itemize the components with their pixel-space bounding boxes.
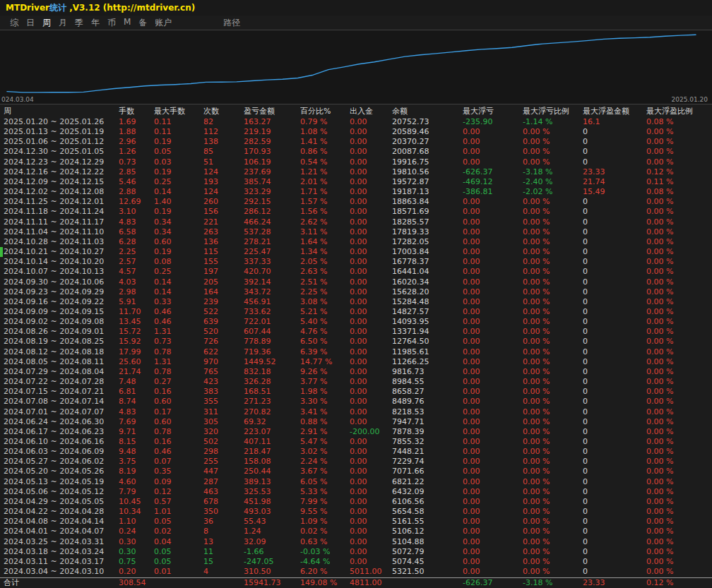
table-row[interactable]: 2024.12.16 ~ 2024.12.222.850.19124237.69… [0,167,712,177]
table-row[interactable]: 2024.06.10 ~ 2024.06.168.150.16502407.11… [0,437,712,447]
table-row[interactable]: 2024.04.22 ~ 2024.04.2810.341.01350493.0… [0,507,712,517]
cell-week-period: 2024.06.03 ~ 2024.06.09 [4,447,119,457]
table-row[interactable]: 2024.07.15 ~ 2024.07.216.810.16383168.51… [0,387,712,397]
column-header-cash-flow[interactable]: 出入金 [350,106,392,117]
cell-cash-flow: 0.00 [350,387,392,397]
cell-max-float-profit: 0 [583,417,646,427]
menu-item-综[interactable]: 综 [10,17,18,29]
cell-max-float-loss-pct: 0.00 % [523,427,583,437]
menu-item-季[interactable]: 季 [75,17,83,29]
column-header-lots[interactable]: 手数 [119,106,154,117]
cell-pnl-amount: 219.19 [244,127,300,137]
table-row[interactable]: 2024.12.30 ~ 2025.01.051.260.0585170.930… [0,147,712,157]
menu-item-账户[interactable]: 账户 [155,17,172,29]
table-row[interactable]: 2024.11.18 ~ 2024.11.243.100.19156286.12… [0,207,712,217]
column-header-max-float-profit-pct[interactable]: 最大浮盈比例 [646,106,712,117]
column-header-max-float-profit[interactable]: 最大浮盈金额 [583,106,646,117]
cell-week-period: 2024.08.19 ~ 2024.08.25 [4,337,119,347]
column-header-max-lots[interactable]: 最大手数 [154,106,203,117]
table-row[interactable]: 2024.03.18 ~ 2024.03.240.300.0511-1.66-0… [0,547,712,557]
cell-max-float-profit-pct: 0.00 % [646,257,712,267]
cell-trade-count: 622 [203,347,244,357]
cell-max-float-loss-pct: 0.00 % [523,347,583,357]
table-row[interactable]: 2025.01.13 ~ 2025.01.191.880.11112219.19… [0,127,712,137]
table-row[interactable]: 2025.01.20 ~ 2025.01.261.690.1182163.270… [0,117,712,127]
table-row[interactable]: 2024.12.02 ~ 2024.12.082.880.14124323.29… [0,187,712,197]
table-row[interactable]: 2024.05.20 ~ 2024.05.268.190.35447250.44… [0,467,712,476]
table-row[interactable]: 2024.11.04 ~ 2024.11.106.580.34263537.28… [0,227,712,237]
table-row[interactable]: 2024.06.24 ~ 2024.06.307.690.6030569.320… [0,417,712,427]
column-header-pnl-amount[interactable]: 盈亏金额 [244,106,300,117]
table-row[interactable]: 2024.10.28 ~ 2024.11.036.280.60136278.21… [0,237,712,247]
table-row[interactable]: 2024.09.23 ~ 2024.09.292.980.14164343.72… [0,287,712,297]
table-row[interactable]: 2024.09.09 ~ 2024.09.1511.700.46522733.6… [0,307,712,317]
table-row[interactable]: 2024.10.07 ~ 2024.10.134.570.25197420.70… [0,267,712,277]
table-row[interactable]: 2024.10.21 ~ 2024.10.272.250.19115225.47… [0,247,712,257]
table-row[interactable]: 2024.03.04 ~ 2024.03.100.200.014310.506.… [0,567,712,577]
cell-week-period: 2024.07.15 ~ 2024.07.21 [4,387,119,397]
table-row[interactable]: 2024.08.26 ~ 2024.09.0115.721.31520607.4… [0,327,712,337]
table-row[interactable]: 2024.09.16 ~ 2024.09.225.910.33239456.91… [0,297,712,307]
cell-pnl-percent: 6.20 % [300,567,350,577]
table-row[interactable]: 2024.03.25 ~ 2024.03.310.300.041332.090.… [0,537,712,547]
menu-item-周[interactable]: 周 [42,17,51,29]
table-row[interactable]: 2024.04.08 ~ 2024.04.141.100.053655.431.… [0,517,712,527]
cell-max-lots: 0.08 [154,257,203,267]
table-row[interactable]: 2024.07.08 ~ 2024.07.148.740.60355271.23… [0,397,712,407]
cell-max-lots: 0.25 [154,267,203,277]
table-row[interactable]: 2024.10.14 ~ 2024.10.202.570.08155337.33… [0,257,712,267]
cell-pnl-percent: 1.41 % [300,137,350,147]
cell-pnl-amount: 223.07 [244,427,300,437]
table-row[interactable]: 2024.05.13 ~ 2024.05.194.600.09287389.13… [0,477,712,487]
cell-max-float-loss-pct: 0.00 % [523,287,583,297]
menu-item-币[interactable]: 币 [107,17,116,29]
cell-lots: 6.58 [119,227,154,237]
cell-lots: 0.24 [119,527,154,536]
table-row[interactable]: 2024.05.06 ~ 2024.05.127.790.12463325.53… [0,487,712,497]
cell-pnl-percent: 1.21 % [300,167,350,177]
table-row[interactable]: 2024.09.02 ~ 2024.09.0813.450.46639722.0… [0,317,712,327]
cell-max-float-profit: 0 [583,317,646,327]
menu-item-M[interactable]: M [124,17,131,29]
cell-max-float-loss-pct: 0.00 % [523,477,583,487]
cell-balance: 12764.50 [392,337,463,347]
table-row[interactable]: 2024.04.29 ~ 2024.05.0510.450.57678451.9… [0,497,712,507]
cell-week-period: 2024.05.13 ~ 2024.05.19 [4,477,119,487]
cell-max-float-loss-pct: -2.02 % [523,187,583,197]
table-row[interactable]: 2024.09.30 ~ 2024.10.064.030.14205392.14… [0,277,712,287]
cell-max-float-profit-pct: 0.00 % [646,387,712,397]
table-row[interactable]: 2024.08.05 ~ 2024.08.1125.601.319701449.… [0,357,712,367]
table-row[interactable]: 2024.11.11 ~ 2024.11.174.830.34221466.24… [0,217,712,227]
table-row[interactable]: 2024.08.19 ~ 2024.08.2515.920.73726778.8… [0,337,712,347]
menu-item-日[interactable]: 日 [26,17,35,29]
cell-max-float-profit: 0 [583,547,646,557]
table-row[interactable]: 2025.01.06 ~ 2025.01.122.960.19138282.59… [0,137,712,147]
table-row[interactable]: 2024.11.25 ~ 2024.12.0112.691.40260292.1… [0,197,712,207]
table-row[interactable]: 2024.07.29 ~ 2024.08.0421.740.78765832.1… [0,367,712,377]
table-row[interactable]: 2024.06.03 ~ 2024.06.099.480.46298218.47… [0,447,712,457]
column-header-pnl-percent[interactable]: 百分比% [300,106,350,117]
table-row[interactable]: 2024.07.01 ~ 2024.07.074.830.17311270.82… [0,407,712,417]
cell-pnl-percent: 3.67 % [300,467,350,476]
cell-balance: 8658.27 [392,387,463,397]
menu-item-path[interactable]: 路径 [223,17,240,29]
cell-max-float-loss: 0.00 [463,467,523,476]
column-header-week-period[interactable]: 周 [4,106,119,117]
table-row[interactable]: 2024.06.17 ~ 2024.06.239.710.78320223.07… [0,427,712,437]
table-row[interactable]: 2024.05.27 ~ 2024.06.023.750.07255158.08… [0,457,712,467]
column-header-max-float-loss[interactable]: 最大浮亏 [463,106,523,117]
cell-max-float-loss: 0.00 [463,377,523,387]
table-row[interactable]: 2024.07.22 ~ 2024.07.287.480.27423326.28… [0,377,712,387]
table-row[interactable]: 2024.08.12 ~ 2024.08.1817.990.78622719.3… [0,347,712,357]
menu-item-备[interactable]: 备 [138,17,147,29]
table-row[interactable]: 2024.12.23 ~ 2024.12.290.730.0351106.190… [0,157,712,167]
column-header-max-float-loss-pct[interactable]: 最大浮亏比例 [523,106,583,117]
menu-item-月[interactable]: 月 [59,17,67,29]
menu-item-年[interactable]: 年 [91,17,100,29]
cell-max-lots: 0.05 [154,557,203,567]
column-header-trade-count[interactable]: 次数 [203,106,244,117]
table-row[interactable]: 2024.12.09 ~ 2024.12.155.460.25193385.74… [0,177,712,187]
column-header-balance[interactable]: 余额 [392,106,463,117]
table-row[interactable]: 2024.03.11 ~ 2024.03.170.750.0515-247.05… [0,557,712,567]
table-row[interactable]: 2024.04.01 ~ 2024.04.070.240.0281.240.02… [0,527,712,536]
